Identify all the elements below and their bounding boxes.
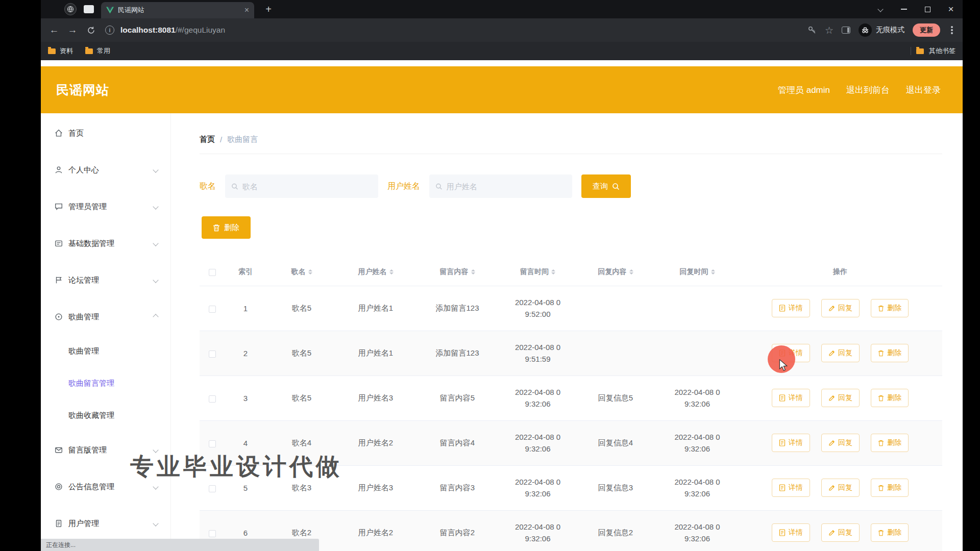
- row-checkbox[interactable]: [209, 485, 216, 492]
- cell-reply-time: 2022-04-08 0 9:32:06: [656, 510, 738, 551]
- user-search-input[interactable]: [447, 182, 566, 191]
- delete-button[interactable]: 删除: [871, 389, 909, 407]
- delete-button[interactable]: 删除: [871, 344, 909, 362]
- breadcrumb-separator: /: [220, 135, 222, 144]
- trash-icon: [878, 530, 884, 536]
- flag-icon: [54, 276, 63, 285]
- col-header-user[interactable]: 用户姓名: [337, 258, 414, 286]
- song-search-field[interactable]: [225, 174, 378, 198]
- delete-button[interactable]: 删除: [871, 299, 909, 317]
- page-info-icon[interactable]: i: [105, 26, 114, 35]
- sort-icon[interactable]: [389, 267, 394, 277]
- reply-button[interactable]: 回复: [821, 523, 860, 542]
- cell-time: 2022-04-08 0 9:51:59: [501, 331, 575, 375]
- sidebar-item-user-manage[interactable]: 用户管理: [41, 505, 170, 542]
- delete-button[interactable]: 删除: [871, 523, 909, 542]
- logout-link[interactable]: 退出登录: [906, 84, 941, 96]
- page-top-gap: [41, 60, 963, 66]
- browser-tab[interactable]: 民谣网站 ×: [101, 2, 254, 18]
- reload-button[interactable]: [82, 21, 100, 39]
- browser-menu-icon[interactable]: [948, 25, 955, 35]
- browser-update-button[interactable]: 更新: [913, 23, 940, 37]
- sidebar-item-forum-manage[interactable]: 论坛管理: [41, 262, 170, 298]
- breadcrumb-home[interactable]: 首页: [200, 135, 215, 144]
- sort-icon[interactable]: [711, 267, 715, 277]
- bookmark-folder-ziliao[interactable]: 资料: [48, 46, 73, 56]
- detail-button[interactable]: 详情: [772, 389, 810, 407]
- detail-button[interactable]: 详情: [772, 434, 810, 452]
- row-checkbox[interactable]: [209, 530, 216, 537]
- sidebar-item-song-manage[interactable]: 歌曲管理: [41, 335, 170, 367]
- col-header-reply-time[interactable]: 回复时间: [656, 258, 738, 286]
- bookmark-label: 常用: [97, 46, 110, 56]
- select-all-checkbox[interactable]: [209, 269, 216, 276]
- back-button[interactable]: ←: [45, 21, 63, 39]
- sort-icon[interactable]: [551, 267, 555, 277]
- user-search-field[interactable]: [429, 174, 572, 198]
- delete-button[interactable]: 删除: [871, 434, 909, 452]
- new-tab-button[interactable]: +: [261, 4, 276, 15]
- to-front-link[interactable]: 退出到前台: [846, 84, 890, 96]
- sidebar-item-personal-center[interactable]: 个人中心: [41, 152, 170, 188]
- sidebar-item-song-favorite-manage[interactable]: 歌曲收藏管理: [41, 399, 170, 432]
- sort-icon[interactable]: [308, 267, 312, 277]
- reply-button[interactable]: 回复: [821, 344, 860, 362]
- row-checkbox[interactable]: [209, 350, 216, 358]
- folder-icon: [85, 48, 93, 54]
- document-icon: [779, 394, 786, 402]
- col-header-song[interactable]: 歌名: [266, 258, 337, 286]
- window-maximize-button[interactable]: [916, 0, 939, 18]
- sort-icon[interactable]: [629, 267, 633, 277]
- search-icon: [435, 183, 443, 190]
- detail-button[interactable]: 详情: [772, 523, 810, 542]
- reply-button[interactable]: 回复: [821, 299, 860, 317]
- sidebar-item-admin-manage[interactable]: 管理员管理: [41, 188, 170, 225]
- detail-button[interactable]: 详情: [772, 299, 810, 317]
- breadcrumb-current: 歌曲留言: [227, 135, 258, 144]
- pinned-tab-icon[interactable]: [84, 5, 94, 13]
- sort-icon[interactable]: [471, 267, 475, 277]
- window-close-button[interactable]: ×: [939, 0, 963, 18]
- cell-song: 歌名5: [266, 331, 337, 375]
- bookmark-label: 资料: [60, 46, 73, 56]
- reply-button[interactable]: 回复: [821, 389, 860, 407]
- col-header-content[interactable]: 留言内容: [414, 258, 501, 286]
- brand[interactable]: 民谣网站: [56, 82, 109, 98]
- bookmark-folder-changyong[interactable]: 常用: [85, 46, 110, 56]
- col-header-reply[interactable]: 回复内容: [575, 258, 656, 286]
- row-checkbox[interactable]: [209, 306, 216, 313]
- password-key-icon[interactable]: [807, 26, 817, 35]
- tab-search-chevron-icon[interactable]: [869, 0, 892, 18]
- bulk-delete-button[interactable]: 删除: [202, 216, 251, 239]
- song-search-input[interactable]: [242, 182, 372, 191]
- forward-button[interactable]: →: [63, 21, 82, 39]
- side-panel-icon[interactable]: [842, 27, 850, 34]
- url-path: /#/gequLiuyan: [176, 26, 225, 34]
- col-header-time[interactable]: 留言时间: [501, 258, 575, 286]
- sidebar-item-song-message-manage[interactable]: 歌曲留言管理: [41, 367, 170, 399]
- row-checkbox[interactable]: [209, 395, 216, 403]
- other-bookmarks[interactable]: 其他书签: [911, 46, 955, 56]
- cell-reply: 回复信息4: [575, 420, 656, 465]
- sidebar-item-base-data-manage[interactable]: 基础数据管理: [41, 225, 170, 262]
- cell-time: 2022-04-08 0 9:32:06: [501, 510, 575, 551]
- table-row: 3 歌名5 用户姓名3 留言内容5 2022-04-08 0 9:32:06 回…: [200, 375, 942, 420]
- sidebar-item-home[interactable]: 首页: [41, 115, 170, 152]
- mail-icon: [54, 445, 63, 455]
- messages-table: 索引 歌名 用户姓名 留言内容 留言时间 回复内容 回复时间 操作: [200, 258, 942, 551]
- bulk-delete-label: 删除: [224, 223, 239, 233]
- delete-button[interactable]: 删除: [871, 479, 909, 497]
- bookmark-star-icon[interactable]: ☆: [825, 24, 834, 36]
- col-header-ops: 操作: [738, 258, 942, 286]
- cell-user: 用户姓名3: [337, 375, 414, 420]
- tab-close-icon[interactable]: ×: [244, 6, 249, 14]
- reply-button[interactable]: 回复: [821, 434, 860, 452]
- row-checkbox[interactable]: [209, 440, 216, 447]
- window-minimize-button[interactable]: [892, 0, 916, 18]
- sidebar-item-song-manage-group[interactable]: 歌曲管理: [41, 298, 170, 335]
- query-button[interactable]: 查询: [581, 174, 631, 198]
- address-bar[interactable]: i localhost:8081/#/gequLiuyan: [105, 26, 807, 35]
- user-name-label: 用户姓名: [387, 181, 420, 192]
- reply-button[interactable]: 回复: [821, 479, 860, 497]
- detail-button[interactable]: 详情: [772, 479, 810, 497]
